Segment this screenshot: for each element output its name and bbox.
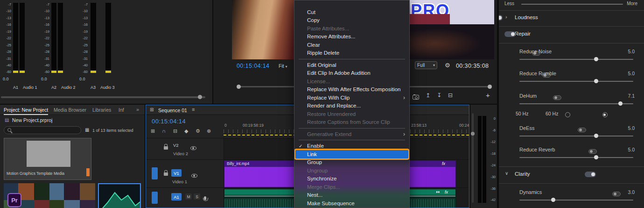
dynamics-value[interactable]: 3.0 <box>628 189 635 195</box>
track-visibility-icon[interactable] <box>190 146 196 150</box>
lift-icon[interactable]: ↥ <box>426 93 430 98</box>
reduce-noise-slider[interactable] <box>519 59 633 60</box>
dehum-slider[interactable] <box>519 103 633 104</box>
dehum-toggle[interactable] <box>553 95 561 100</box>
chevron-down-icon[interactable]: ∨ <box>505 171 508 176</box>
voiceover-record-icon[interactable] <box>204 196 206 200</box>
project-file-name[interactable]: New Project.prproj <box>12 117 52 123</box>
mute-button[interactable]: M <box>185 194 192 200</box>
dynamics-slider[interactable] <box>519 200 633 201</box>
tab-project[interactable]: Project: New Project <box>4 107 48 115</box>
menu-separator <box>299 59 405 59</box>
fx-badge[interactable]: fx <box>445 190 448 194</box>
repair-toggle[interactable] <box>504 31 516 37</box>
menu-item-edit-original[interactable]: Edit Original <box>294 61 409 69</box>
dehum-value[interactable]: 7.1 <box>628 93 635 99</box>
tab-info[interactable]: Inf <box>119 107 124 113</box>
tab-libraries[interactable]: Libraries <box>92 107 111 113</box>
slider-handle[interactable] <box>551 198 555 202</box>
button-editor-add-icon[interactable]: + <box>486 91 490 99</box>
menu-item-link[interactable]: Link <box>294 150 409 158</box>
track-a1-target[interactable]: A1 <box>171 193 182 201</box>
slider-handle[interactable] <box>594 155 598 159</box>
thumbnail-view-icon[interactable]: ▦ <box>85 128 89 132</box>
menu-item-cut[interactable]: Cut <box>294 8 409 16</box>
menu-item-replace-with-ae-comp[interactable]: Replace With After Effects Composition <box>294 86 409 94</box>
amount-slider[interactable] <box>521 4 623 5</box>
menu-item-copy[interactable]: Copy <box>294 16 409 25</box>
menu-item-edit-in-audition[interactable]: Edit Clip In Adobe Audition <box>294 69 409 78</box>
fit-dropdown[interactable]: Fit ▾ <box>279 63 287 69</box>
solo-button[interactable]: S <box>194 194 200 200</box>
lock-icon[interactable] <box>164 146 168 150</box>
menu-item-replace-with-clip[interactable]: Replace With Clip› <box>294 93 409 102</box>
panel-menu-icon[interactable]: ≡ <box>192 107 195 112</box>
monitor-timecode[interactable]: 00:15:04:14 <box>237 63 269 69</box>
scrollbar-handle[interactable] <box>471 132 475 136</box>
horizontal-scrollbar[interactable] <box>1 96 205 98</box>
zoom-handle-left[interactable] <box>237 85 241 89</box>
extract-icon[interactable]: ↧ <box>437 93 441 98</box>
track-visibility-icon[interactable] <box>191 174 197 178</box>
menu-item-nest[interactable]: Nest... <box>294 191 409 200</box>
reduce-reverb-value[interactable]: 5.0 <box>628 147 635 152</box>
search-input[interactable] <box>4 126 81 134</box>
menu-item-remove-attributes[interactable]: Remove Attributes... <box>294 33 409 41</box>
ruler-label: 23:58:13 <box>411 123 427 128</box>
deess-value[interactable]: 5.0 <box>628 125 635 131</box>
menu-item-ripple-delete[interactable]: Ripple Delete <box>294 49 409 57</box>
menu-item-group[interactable]: Group <box>294 158 409 167</box>
deess-slider[interactable] <box>519 136 633 136</box>
source-patch-v1[interactable] <box>152 167 158 179</box>
section-clarity[interactable]: Clarity <box>515 171 530 177</box>
loudness-toggle[interactable] <box>498 15 503 21</box>
reduce-rumble-value[interactable]: 5.0 <box>628 71 635 76</box>
add-marker-icon[interactable]: ◆ <box>184 129 188 134</box>
menu-item-synchronize[interactable]: Synchronize <box>294 175 409 183</box>
section-repair[interactable]: Repair <box>515 31 531 36</box>
dynamics-toggle[interactable] <box>612 192 621 196</box>
timeline-settings-icon[interactable]: ⚙ <box>196 129 200 134</box>
reduce-rumble-slider[interactable] <box>519 81 633 82</box>
export-frame-icon[interactable] <box>413 95 419 100</box>
slider-handle[interactable] <box>594 79 598 83</box>
deess-toggle[interactable] <box>578 128 586 132</box>
reduce-reverb-toggle[interactable] <box>588 149 597 154</box>
section-loudness[interactable]: Loudness <box>515 14 538 20</box>
media-thumbnail-waveform[interactable] <box>98 183 141 208</box>
tab-media-browser[interactable]: Media Browser <box>54 107 86 113</box>
scrollbar-handle[interactable] <box>198 95 202 99</box>
media-thumbnail-montage[interactable]: Pr <box>4 183 95 208</box>
slider-handle[interactable] <box>594 134 598 138</box>
clarity-toggle[interactable] <box>585 172 596 177</box>
sequence-settings-icon[interactable]: ⊞ <box>151 129 155 134</box>
snap-icon[interactable]: ∩ <box>162 129 166 134</box>
reduce-reverb-slider[interactable] <box>519 157 633 158</box>
slider-handle[interactable] <box>618 101 623 106</box>
reduce-noise-value[interactable]: 5.0 <box>628 49 635 54</box>
fx-badge[interactable]: fx <box>442 161 445 166</box>
project-item-card[interactable]: Motion Graphics Template Media <box>4 138 91 180</box>
slider-handle[interactable] <box>594 57 598 61</box>
menu-item-render-and-replace[interactable]: Render and Replace... <box>294 102 409 110</box>
timeline-timecode[interactable]: 00:15:04:14 <box>152 118 186 125</box>
menu-item-clear[interactable]: Clear <box>294 41 409 49</box>
comparison-view-icon[interactable]: ⊟ <box>448 93 453 98</box>
menu-item-make-subsequence[interactable]: Make Subsequence <box>294 199 409 208</box>
vertical-scrollbar[interactable] <box>472 113 474 203</box>
resolution-dropdown[interactable]: Full ▾ <box>415 61 437 69</box>
caption-track-icon[interactable]: ⊕ <box>207 129 211 134</box>
tab-overflow-icon[interactable]: » <box>136 107 139 112</box>
tab-sequence[interactable]: Sequence 01 <box>158 108 187 113</box>
radio-60hz[interactable] <box>602 112 608 117</box>
menu-item-enable[interactable]: ✓Enable <box>294 142 409 151</box>
radio-50hz[interactable] <box>565 112 570 117</box>
linked-selection-icon[interactable]: ⊟ <box>173 129 177 134</box>
wrench-icon[interactable]: ⚙ <box>445 62 450 68</box>
chevron-right-icon[interactable]: › <box>505 14 507 20</box>
track-v2-label[interactable]: V2 <box>173 143 179 148</box>
source-patch-a1[interactable] <box>152 192 158 204</box>
track-v1-target[interactable]: V1 <box>171 169 182 177</box>
lock-icon[interactable] <box>164 172 168 176</box>
zoom-handle-right[interactable] <box>488 85 492 89</box>
